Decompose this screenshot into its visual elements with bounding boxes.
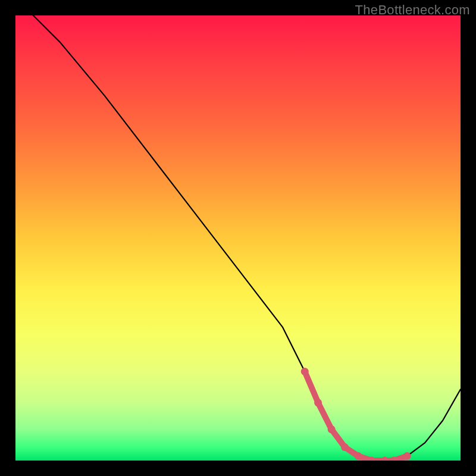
plot-area — [15, 15, 461, 461]
heat-gradient-background — [15, 15, 461, 461]
plot-inner — [15, 15, 461, 461]
watermark-text: TheBottleneck.com — [355, 2, 470, 18]
chart-stage: TheBottleneck.com — [0, 0, 476, 476]
